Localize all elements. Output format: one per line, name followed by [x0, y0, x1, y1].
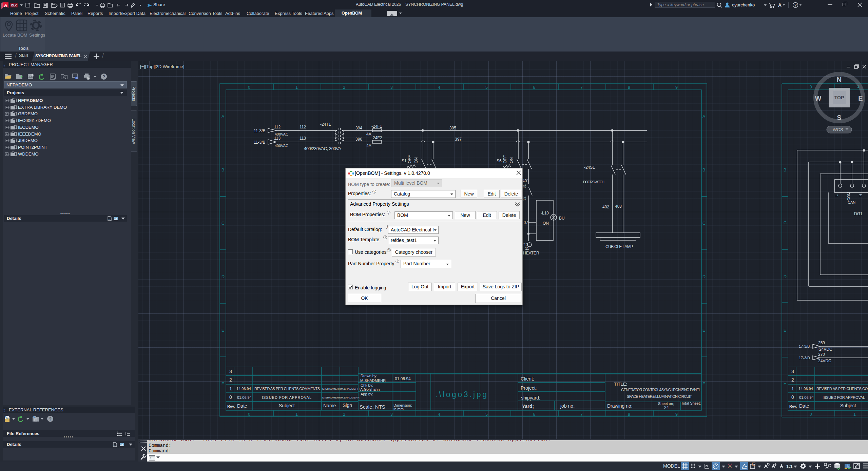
svg-text:HEATER: HEATER — [523, 251, 539, 255]
svg-text:0: 0 — [791, 394, 794, 400]
svg-text:S1: S1 — [402, 159, 407, 163]
svg-text:S6: S6 — [497, 159, 502, 163]
svg-text:ELC: ELC — [11, 4, 18, 7]
svg-text:3: 3 — [229, 369, 232, 374]
svg-text:Yard;: Yard; — [522, 404, 534, 409]
svg-text:Scale: NTS: Scale: NTS — [360, 404, 385, 410]
svg-text:COM: COM — [847, 192, 851, 201]
svg-text:in mm: in mm — [393, 407, 404, 411]
svg-text:F: F — [784, 381, 786, 386]
svg-text:D: D — [784, 274, 787, 279]
svg-text:3: 3 — [791, 369, 794, 374]
svg-text:job no;: job no; — [560, 403, 575, 409]
svg-text:-24S1: -24S1 — [584, 165, 595, 170]
svg-text:270: 270 — [818, 352, 825, 357]
svg-text:0: 0 — [229, 394, 232, 400]
svg-text:N: N — [837, 76, 842, 83]
svg-text:402: 402 — [602, 205, 609, 209]
svg-text:-24F1: -24F1 — [371, 124, 382, 129]
svg-text:2: 2 — [791, 377, 794, 383]
svg-text:31: 31 — [522, 184, 526, 188]
svg-text:C: C — [702, 221, 706, 226]
svg-text:A: A — [221, 114, 225, 119]
svg-text:01.06.94: 01.06.94 — [395, 376, 411, 381]
svg-text:B: B — [784, 168, 786, 172]
svg-text:4: 4 — [438, 412, 440, 417]
svg-text:32: 32 — [522, 197, 526, 201]
svg-text:9: 9 — [675, 85, 678, 90]
svg-text:8: 8 — [628, 85, 630, 90]
svg-text:+24VDC: +24VDC — [817, 347, 832, 352]
svg-text:-24VDC: -24VDC — [817, 359, 831, 363]
svg-text:Date: Date — [237, 403, 247, 409]
svg-text:A: A — [778, 2, 782, 8]
svg-text:259: 259 — [818, 341, 825, 345]
svg-text:M.SHADMEHR: M.SHADMEHR — [341, 387, 360, 390]
svg-text:Chk by:: Chk by: — [361, 383, 373, 387]
svg-text:01.06.94: 01.06.94 — [237, 395, 252, 400]
svg-text:24: 24 — [664, 405, 669, 410]
svg-text:0: 0 — [810, 85, 812, 89]
svg-text:400VAC: 400VAC — [275, 144, 288, 148]
svg-text:ON: ON — [414, 157, 419, 163]
svg-text:11: 11 — [525, 246, 529, 250]
svg-text:A.Golshahri: A.Golshahri — [360, 387, 380, 391]
svg-text:3: 3 — [390, 85, 393, 90]
svg-text:397: 397 — [455, 137, 462, 142]
svg-text:Settings: Settings — [29, 33, 45, 38]
svg-text:REVISED AS PER CLIENTS COM: REVISED AS PER CLIENTS COM — [816, 387, 868, 391]
svg-text:3: 3 — [390, 412, 393, 417]
svg-text:E: E — [858, 95, 863, 102]
svg-text:App by:: App by: — [361, 392, 373, 396]
svg-text:A: A — [702, 114, 706, 119]
svg-text:14.06.94: 14.06.94 — [236, 387, 251, 391]
svg-text:-L10: -L10 — [541, 211, 549, 216]
svg-text:4A: 4A — [366, 143, 371, 148]
svg-text:2: 2 — [343, 85, 345, 90]
svg-text:L: L — [834, 194, 838, 197]
svg-text:BU: BU — [559, 216, 565, 221]
svg-text:395: 395 — [449, 126, 456, 130]
svg-text:E: E — [784, 328, 786, 333]
svg-text:2: 2 — [343, 412, 345, 417]
svg-text:BOM: BOM — [17, 33, 27, 38]
svg-text:H: H — [859, 194, 863, 197]
svg-text:17-3/D: 17-3/D — [799, 356, 810, 360]
svg-text:11-3/B: 11-3/B — [254, 140, 265, 145]
svg-text:1: 1 — [295, 412, 298, 417]
svg-text:Total Sheet;: Total Sheet; — [681, 401, 701, 405]
svg-text:7: 7 — [580, 412, 583, 417]
svg-text:shipyard;: shipyard; — [521, 395, 540, 401]
svg-text:Drawing no;: Drawing no; — [607, 403, 633, 409]
svg-text:?: ? — [102, 74, 105, 79]
svg-text:Subject: Subject — [840, 403, 856, 408]
svg-text:5: 5 — [485, 412, 488, 417]
svg-text:Locate: Locate — [3, 33, 16, 38]
svg-text:D: D — [702, 274, 706, 279]
svg-text:A: A — [4, 3, 7, 8]
svg-text:6: 6 — [533, 85, 535, 90]
svg-text:SPACE HEATER&ILLUMINATION CI: SPACE HEATER&ILLUMINATION CIRCUIT — [627, 394, 692, 398]
svg-text:113: 113 — [274, 136, 281, 141]
svg-text:M.SHADMEHR: M.SHADMEHR — [322, 396, 341, 399]
svg-text:OFF: OFF — [503, 155, 507, 163]
svg-text:14.06.94: 14.06.94 — [798, 387, 813, 391]
svg-text:W: W — [815, 95, 822, 102]
svg-text:B: B — [221, 168, 224, 172]
svg-text:M.SHADMEHR: M.SHADMEHR — [341, 396, 360, 399]
svg-text:D: D — [221, 274, 225, 279]
svg-text:400/230VAC, 300VA: 400/230VAC, 300VA — [304, 146, 341, 151]
svg-text:C: C — [221, 221, 225, 226]
svg-text:1: 1 — [229, 386, 232, 391]
svg-text:E: E — [702, 328, 705, 333]
svg-text:7: 7 — [580, 85, 583, 90]
svg-text:M.SHADMEHR: M.SHADMEHR — [322, 387, 341, 390]
svg-text:F: F — [702, 382, 705, 386]
svg-text:Sign: Sign — [343, 403, 352, 408]
svg-text:11-3/B: 11-3/B — [254, 128, 265, 133]
svg-text:DG1: DG1 — [854, 211, 863, 216]
svg-text:B: B — [702, 168, 705, 172]
svg-text:CAN: CAN — [848, 200, 855, 204]
svg-text:400VAC: 400VAC — [275, 132, 288, 136]
svg-text:9: 9 — [675, 412, 678, 417]
